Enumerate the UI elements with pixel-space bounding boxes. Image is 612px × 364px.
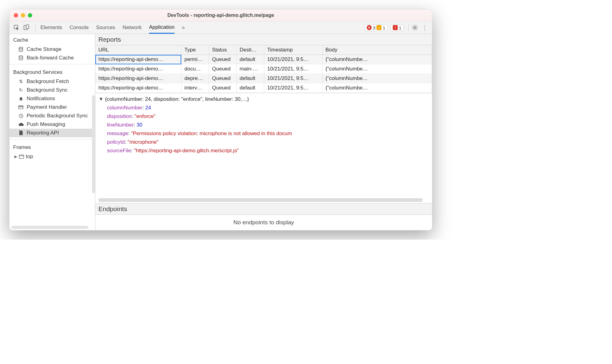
collapse-triangle-icon[interactable]: ▼ [98, 96, 105, 102]
tab-elements[interactable]: Elements [40, 21, 62, 34]
cell-timestamp: 10/21/2021, 9:5… [264, 64, 322, 74]
col-header-status[interactable]: Status [209, 45, 236, 55]
col-header-body[interactable]: Body [322, 45, 432, 55]
sidebar-item-label: Back-forward Cache [27, 55, 74, 61]
sidebar-item-background-fetch[interactable]: ⇅Background Fetch [10, 77, 95, 86]
reports-panel-title: Reports [95, 34, 432, 45]
warning-icon [377, 25, 381, 30]
table-row[interactable]: https://reporting-api-demo… interv… Queu… [95, 83, 432, 93]
table-row[interactable]: https://reporting-api-demo… docu… Queued… [95, 64, 432, 74]
cell-timestamp: 10/21/2021, 9:5… [264, 74, 322, 83]
col-header-timestamp[interactable]: Timestamp [264, 45, 322, 55]
sidebar-item-bfcache[interactable]: Back-forward Cache [10, 54, 95, 62]
detail-horizontal-scrollbar[interactable] [98, 198, 423, 202]
card-icon [18, 104, 24, 110]
cell-body: {"columnNumbe… [322, 74, 432, 83]
tab-network[interactable]: Network [123, 21, 142, 34]
cell-url: https://reporting-api-demo… [95, 64, 181, 74]
sync-icon: ↻ [18, 87, 24, 93]
tab-application[interactable]: Application [149, 21, 174, 34]
cell-url: https://reporting-api-demo… [95, 83, 181, 93]
issues-count: 1 [399, 25, 401, 30]
device-toggle-icon[interactable] [22, 24, 30, 32]
sidebar-section-cache: Cache [10, 34, 95, 45]
sidebar-item-reporting-api[interactable]: Reporting API [10, 129, 95, 137]
sidebar-item-label: Payment Handler [27, 104, 67, 110]
issues-icon [393, 25, 398, 30]
cell-timestamp: 10/21/2021, 9:5… [264, 83, 322, 93]
endpoints-panel-title: Endpoints [95, 203, 432, 215]
col-header-url[interactable]: URL [95, 45, 181, 55]
col-header-destination[interactable]: Desti… [236, 45, 264, 55]
titlebar: DevTools - reporting-api-demo.glitch.me/… [10, 9, 432, 21]
inspect-element-icon[interactable] [13, 24, 21, 32]
cell-status: Queued [209, 83, 236, 93]
sidebar-vertical-scrollbar[interactable] [92, 95, 95, 193]
detail-property: columnNumber: 24 [98, 104, 429, 112]
document-icon [18, 130, 24, 136]
detail-property: message: "Permissions policy violation: … [98, 129, 429, 138]
cell-type: depre… [181, 74, 209, 83]
cell-status: Queued [209, 64, 236, 74]
sidebar-item-cache-storage[interactable]: Cache Storage [10, 45, 95, 54]
cell-destination: default [236, 55, 264, 64]
window-title: DevTools - reporting-api-demo.glitch.me/… [10, 13, 432, 18]
svg-point-10 [19, 56, 23, 57]
sidebar-horizontal-scrollbar[interactable] [11, 226, 88, 229]
main-panel: Reports URL Type Status Desti… Timestamp… [95, 34, 432, 230]
cell-status: Queued [209, 55, 236, 64]
report-detail-view: ▼ {columnNumber: 24, disposition: "enfor… [95, 93, 432, 203]
frame-icon [19, 155, 24, 159]
expand-triangle-icon[interactable]: ▶ [14, 154, 17, 159]
sidebar-item-push-messaging[interactable]: Push Messaging [10, 120, 95, 129]
sidebar-item-label: Background Fetch [27, 78, 69, 85]
cell-timestamp: 10/21/2021, 9:5… [264, 55, 322, 64]
svg-rect-13 [19, 106, 23, 107]
error-warning-counter[interactable]: ✕ 3 1 [365, 25, 388, 31]
issues-counter[interactable]: 1 [391, 25, 404, 31]
devtools-window: DevTools - reporting-api-demo.glitch.me/… [9, 9, 432, 230]
sidebar-item-label: Push Messaging [27, 121, 65, 127]
sidebar-item-frame-top[interactable]: ▶ top [10, 152, 95, 161]
sidebar-item-label: Cache Storage [27, 46, 61, 52]
sidebar-item-label: Reporting API [27, 130, 59, 136]
database-icon [18, 47, 24, 52]
sidebar-item-label: top [26, 154, 33, 160]
table-row[interactable]: https://reporting-api-demo… depre… Queue… [95, 74, 432, 83]
clock-icon [18, 113, 24, 119]
col-header-type[interactable]: Type [181, 45, 209, 55]
panel-tabs: Elements Console Sources Network Applica… [40, 21, 185, 34]
sidebar-item-payment-handler[interactable]: Payment Handler [10, 103, 95, 112]
more-menu-icon[interactable]: ⋮ [420, 24, 429, 31]
cell-destination: default [236, 74, 264, 83]
sidebar-item-notifications[interactable]: Notifications [10, 94, 95, 103]
svg-point-9 [19, 47, 23, 48]
settings-gear-icon[interactable] [412, 25, 420, 31]
svg-point-11 [21, 100, 21, 101]
svg-rect-4 [379, 28, 380, 29]
sidebar-section-background-services: Background Services [10, 66, 95, 77]
sidebar-item-background-sync[interactable]: ↻Background Sync [10, 86, 95, 94]
detail-property: disposition: "enforce" [98, 112, 429, 121]
table-row[interactable]: https://reporting-api-demo… permi… Queue… [95, 55, 432, 64]
table-header-row: URL Type Status Desti… Timestamp Body [95, 45, 432, 55]
svg-point-8 [414, 27, 416, 28]
svg-rect-3 [379, 27, 380, 28]
tab-console[interactable]: Console [70, 21, 89, 34]
endpoints-empty-message: No endpoints to display [95, 215, 432, 230]
sidebar-item-label: Periodic Background Sync [27, 113, 88, 119]
separator [35, 24, 36, 31]
svg-rect-12 [19, 106, 23, 109]
detail-summary-line[interactable]: ▼ {columnNumber: 24, disposition: "enfor… [98, 95, 429, 104]
cell-body: {"columnNumbe… [322, 55, 432, 64]
fetch-icon: ⇅ [18, 79, 24, 84]
more-tabs-chevron[interactable]: » [182, 21, 185, 34]
detail-property: policyId: "microphone" [98, 138, 429, 146]
sidebar-item-label: Notifications [27, 96, 55, 102]
separator [408, 24, 409, 31]
sidebar-item-periodic-sync[interactable]: Periodic Background Sync [10, 112, 95, 120]
tab-sources[interactable]: Sources [96, 21, 115, 34]
cloud-icon [18, 122, 24, 127]
cell-type: interv… [181, 83, 209, 93]
detail-property: lineNumber: 30 [98, 121, 429, 129]
